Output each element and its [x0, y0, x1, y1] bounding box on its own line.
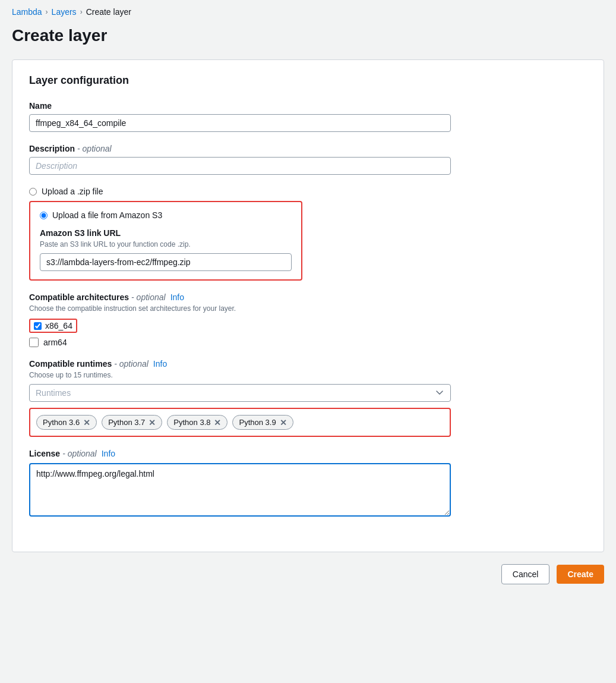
radio-zip[interactable] — [29, 188, 37, 196]
runtime-tag-remove[interactable]: ✕ — [214, 418, 221, 427]
breadcrumb-current: Create layer — [86, 7, 131, 17]
s3-url-input[interactable] — [40, 253, 292, 271]
runtime-tag-remove[interactable]: ✕ — [149, 418, 156, 427]
name-input[interactable] — [29, 114, 451, 132]
arch-section: Compatible architectures- optional Info … — [29, 292, 587, 347]
runtime-tags-container: Python 3.6✕Python 3.7✕Python 3.8✕Python … — [29, 408, 451, 437]
radio-s3[interactable] — [40, 212, 48, 219]
description-label: Description- optional — [29, 144, 587, 153]
runtime-tag-remove[interactable]: ✕ — [83, 418, 90, 427]
arch-x86-checkbox[interactable] — [34, 322, 42, 330]
runtime-info-link[interactable]: Info — [153, 359, 167, 369]
cancel-button[interactable]: Cancel — [501, 564, 550, 584]
name-label: Name — [29, 101, 587, 111]
license-info-link[interactable]: Info — [102, 449, 115, 458]
arch-x86-checkbox-wrapper: x86_64 — [29, 319, 77, 333]
breadcrumb-sep-2: › — [80, 8, 83, 16]
footer-actions: Cancel Create — [0, 552, 616, 596]
license-label-row: License- optional Info — [29, 449, 587, 458]
runtime-tag: Python 3.7✕ — [102, 415, 162, 430]
arch-x86-row: x86_64 — [29, 319, 587, 333]
runtime-label-row: Compatible runtimes- optional Info — [29, 359, 587, 369]
arch-info-link[interactable]: Info — [170, 292, 184, 302]
radio-s3-row: Upload a file from Amazon S3 — [40, 210, 292, 220]
runtime-select[interactable]: Runtimes Python 3.6 Python 3.7 Python 3.… — [29, 384, 451, 402]
description-group: Description- optional — [29, 144, 587, 175]
breadcrumb-lambda[interactable]: Lambda — [12, 7, 42, 17]
runtime-tag: Python 3.8✕ — [167, 415, 228, 430]
description-input[interactable] — [29, 157, 451, 175]
license-label: License- optional — [29, 449, 97, 458]
s3-url-label: Amazon S3 link URL — [40, 228, 292, 238]
s3-url-hint: Paste an S3 link URL to your function co… — [40, 240, 292, 248]
upload-options-group: Upload a .zip file Upload a file from Am… — [29, 187, 587, 281]
runtime-label: Compatible runtimes- optional — [29, 359, 149, 369]
arch-hint: Choose the compatible instruction set ar… — [29, 304, 587, 313]
runtime-tag-label: Python 3.8 — [173, 418, 210, 427]
arch-label-row: Compatible architectures- optional Info — [29, 292, 587, 302]
arch-label: Compatible architectures- optional — [29, 292, 166, 302]
radio-s3-label[interactable]: Upload a file from Amazon S3 — [52, 210, 162, 220]
name-group: Name — [29, 101, 587, 132]
runtime-section: Compatible runtimes- optional Info Choos… — [29, 359, 587, 437]
breadcrumb-layers[interactable]: Layers — [52, 7, 77, 17]
runtime-tag-remove[interactable]: ✕ — [280, 418, 287, 427]
runtime-tag-label: Python 3.9 — [239, 418, 276, 427]
create-button[interactable]: Create — [557, 565, 604, 584]
arch-arm-label[interactable]: arm64 — [43, 338, 67, 347]
license-textarea[interactable] — [29, 463, 451, 517]
page-title: Create layer — [0, 21, 616, 59]
runtime-tag-label: Python 3.7 — [108, 418, 145, 427]
upload-s3-section: Upload a file from Amazon S3 Amazon S3 l… — [29, 201, 302, 281]
section-title: Layer configuration — [29, 74, 587, 87]
main-panel: Layer configuration Name Description- op… — [12, 59, 604, 552]
runtime-hint: Choose up to 15 runtimes. — [29, 371, 587, 379]
arch-arm-checkbox[interactable] — [29, 338, 39, 347]
arch-x86-label[interactable]: x86_64 — [45, 321, 72, 331]
breadcrumb-sep-1: › — [46, 8, 48, 16]
breadcrumb: Lambda › Layers › Create layer — [0, 0, 616, 21]
arch-arm-row: arm64 — [29, 338, 587, 347]
upload-zip-row: Upload a .zip file — [29, 187, 587, 196]
license-section: License- optional Info — [29, 449, 587, 518]
radio-zip-label[interactable]: Upload a .zip file — [42, 187, 103, 196]
runtime-tag: Python 3.9✕ — [232, 415, 293, 430]
runtime-tag-label: Python 3.6 — [43, 418, 80, 427]
runtime-tag: Python 3.6✕ — [36, 415, 97, 430]
